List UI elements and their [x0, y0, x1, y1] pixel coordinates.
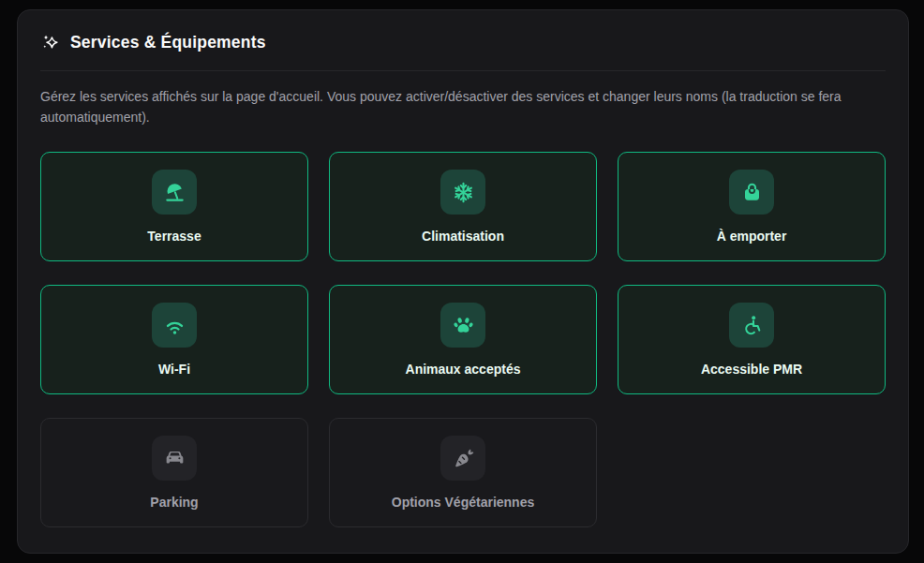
- page-title: Services & Équipements: [70, 33, 266, 52]
- service-icon-box: [729, 170, 774, 215]
- service-label: Terrasse: [147, 229, 201, 244]
- sparkles-icon: [40, 33, 60, 52]
- service-icon-box: [152, 170, 197, 215]
- service-label: À emporter: [717, 229, 787, 244]
- wheelchair-icon: [740, 314, 764, 337]
- car-icon: [163, 447, 186, 470]
- service-card-paw[interactable]: Animaux acceptés: [329, 285, 597, 394]
- services-grid: Terrasse Climatisation À emporter: [40, 152, 886, 527]
- service-label: Parking: [150, 495, 198, 510]
- panel-header: Services & Équipements: [40, 10, 886, 70]
- service-card-shopping-bag[interactable]: À emporter: [618, 152, 886, 261]
- service-icon-box: [440, 436, 485, 481]
- paw-icon: [452, 314, 475, 337]
- service-icon-box: [152, 436, 197, 481]
- service-card-beach-umbrella[interactable]: Terrasse: [40, 152, 308, 261]
- service-label: Wi-Fi: [158, 362, 190, 377]
- wifi-icon: [163, 314, 186, 337]
- service-icon-box: [729, 303, 774, 348]
- service-icon-box: [440, 303, 485, 348]
- service-card-snowflake[interactable]: Climatisation: [329, 152, 597, 261]
- service-icon-box: [440, 170, 485, 215]
- panel-description: Gérez les services affichés sur la page …: [40, 87, 886, 127]
- service-card-car[interactable]: Parking: [40, 418, 308, 527]
- service-card-wheelchair[interactable]: Accessible PMR: [618, 285, 886, 394]
- service-label: Accessible PMR: [701, 362, 802, 377]
- service-card-wifi[interactable]: Wi-Fi: [40, 285, 308, 394]
- service-icon-box: [152, 303, 197, 348]
- beach-umbrella-icon: [163, 181, 186, 204]
- header-divider: [40, 70, 886, 71]
- services-settings-panel: Services & Équipements Gérez les service…: [17, 9, 909, 554]
- carrot-icon: [452, 447, 475, 470]
- service-label: Climatisation: [422, 229, 504, 244]
- service-label: Options Végétariennes: [392, 495, 534, 510]
- service-label: Animaux acceptés: [406, 362, 521, 377]
- service-card-carrot[interactable]: Options Végétariennes: [329, 418, 597, 527]
- shopping-bag-icon: [740, 181, 764, 204]
- snowflake-icon: [452, 181, 475, 204]
